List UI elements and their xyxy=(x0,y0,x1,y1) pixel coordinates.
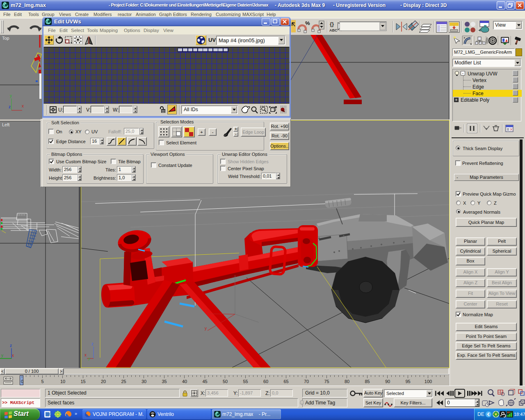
svg-text:y: y xyxy=(1,353,3,358)
svg-text:x: x xyxy=(22,104,24,108)
svg-text:z: z xyxy=(9,105,11,109)
svg-text:y: y xyxy=(205,326,207,331)
svg-text:x: x xyxy=(84,353,87,357)
svg-text:»: » xyxy=(75,411,77,416)
svg-text:z: z xyxy=(10,343,12,348)
svg-text:ABC: ABC xyxy=(329,28,338,32)
svg-text:{}: {} xyxy=(330,21,334,27)
svg-text:y: y xyxy=(10,94,12,98)
svg-text:y: y xyxy=(88,356,90,361)
svg-text:z: z xyxy=(91,342,94,346)
svg-text:%: % xyxy=(305,20,310,26)
svg-text:x: x xyxy=(205,308,208,312)
svg-text:x: x xyxy=(12,353,14,358)
